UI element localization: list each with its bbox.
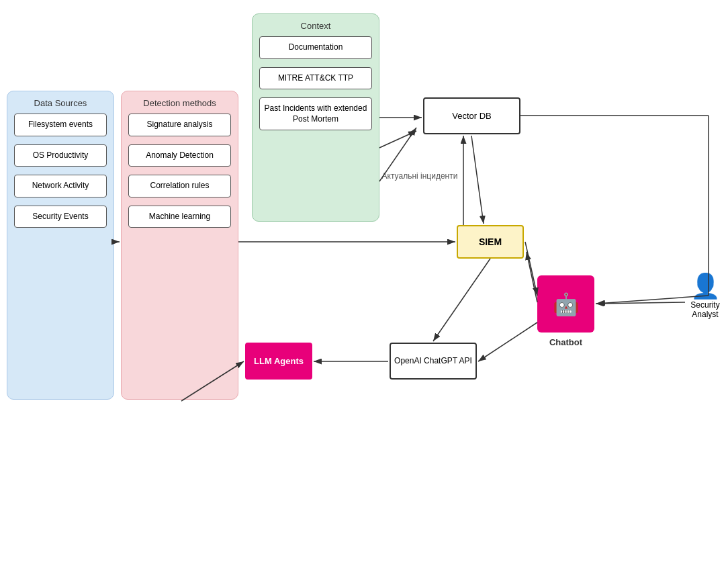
security-analyst-section: 👤 Security Analyst bbox=[685, 272, 725, 319]
openai-label: OpenAI ChatGPT API bbox=[394, 356, 472, 367]
context-items: Documentation MITRE ATT&CK TTP Past Inci… bbox=[259, 36, 372, 130]
siem-box: SIEM bbox=[457, 225, 524, 259]
vector-db-label: Vector DB bbox=[452, 111, 492, 121]
item-os-productivity: OS Productivity bbox=[14, 144, 107, 167]
item-mitre: MITRE ATT&CK TTP bbox=[259, 67, 372, 90]
chatbot-label: Chatbot bbox=[537, 337, 594, 347]
llm-agents-label: LLM Agents bbox=[254, 356, 304, 366]
context-label: Context bbox=[259, 21, 372, 31]
diagram: Data Sources Filesystem events OS Produc… bbox=[0, 13, 728, 430]
llm-agents-box: LLM Agents bbox=[245, 343, 312, 380]
svg-line-5 bbox=[379, 131, 416, 148]
item-past-incidents: Past Incidents with extended Post Mortem bbox=[259, 97, 372, 130]
item-ml: Machine learning bbox=[128, 206, 231, 228]
detection-methods-items: Signature analysis Anomaly Detection Cor… bbox=[128, 114, 231, 228]
data-sources-items: Filesystem events OS Productivity Networ… bbox=[14, 114, 107, 228]
svg-line-10 bbox=[527, 252, 537, 302]
data-sources-label: Data Sources bbox=[14, 98, 107, 108]
svg-line-9 bbox=[525, 242, 537, 296]
person-icon: 👤 bbox=[685, 272, 725, 300]
context-section: Context Documentation MITRE ATT&CK TTP P… bbox=[252, 13, 379, 222]
incidents-label: Актуальні інциденти bbox=[376, 171, 463, 181]
svg-line-11 bbox=[596, 302, 685, 304]
svg-line-17 bbox=[478, 322, 537, 361]
detection-methods-label: Detection methods bbox=[128, 98, 231, 108]
detection-methods-section: Detection methods Signature analysis Ano… bbox=[121, 91, 238, 400]
svg-line-7 bbox=[471, 136, 484, 224]
data-sources-section: Data Sources Filesystem events OS Produc… bbox=[7, 91, 114, 400]
item-signature: Signature analysis bbox=[128, 114, 231, 136]
openai-box: OpenAI ChatGPT API bbox=[390, 343, 477, 380]
vector-db-box: Vector DB bbox=[423, 97, 520, 134]
item-network-activity: Network Activity bbox=[14, 175, 107, 197]
item-filesystem: Filesystem events bbox=[14, 114, 107, 136]
security-analyst-label: Security Analyst bbox=[690, 300, 719, 319]
svg-line-18 bbox=[433, 259, 490, 341]
item-correlation: Correlation rules bbox=[128, 175, 231, 197]
item-security-events: Security Events bbox=[14, 206, 107, 228]
item-anomaly: Anomaly Detection bbox=[128, 144, 231, 167]
chatbot-icon: 🤖 bbox=[553, 294, 580, 315]
chatbot-box: 🤖 bbox=[537, 275, 594, 333]
siem-label: SIEM bbox=[479, 236, 502, 247]
item-documentation: Documentation bbox=[259, 36, 372, 59]
